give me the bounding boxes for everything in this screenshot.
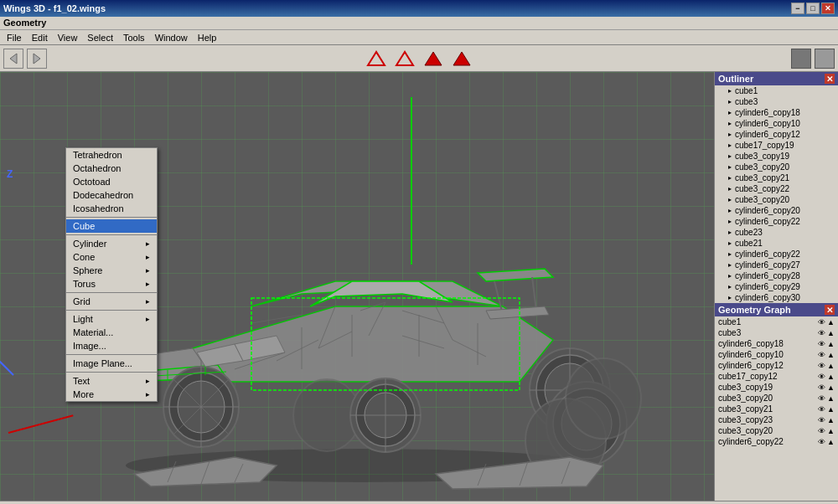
view-mode-btn-4[interactable] (450, 47, 473, 70)
geo-item-icons: 👁 ▲ (818, 329, 835, 337)
outliner-item[interactable]: cylinder6_copy30 (715, 292, 838, 303)
outliner-panel: Outliner ✕ cube1 cube3 cylinder6_copy18 … (714, 72, 838, 303)
menu-bar: File Edit View Select Tools Window Help (0, 30, 838, 45)
close-button[interactable]: ✕ (821, 3, 835, 14)
cm-sep-4 (66, 310, 157, 311)
cm-sphere-arrow: ▸ (146, 266, 150, 275)
cm-sep-1 (66, 217, 157, 218)
outliner-item[interactable]: cylinder6_copy27 (715, 260, 838, 270)
cm-cylinder[interactable]: Cylinder ▸ (66, 237, 157, 250)
cm-torus[interactable]: Torus ▸ (66, 277, 157, 291)
geo-item-icons: 👁 ▲ (818, 405, 835, 414)
geo-graph-close-button[interactable]: ✕ (825, 305, 835, 315)
geo-item[interactable]: cube3_copy20 👁 ▲ (715, 393, 838, 404)
svg-marker-1 (34, 54, 40, 64)
cm-sep-6 (66, 372, 157, 373)
geo-item-icons: 👁 ▲ (818, 340, 835, 348)
cm-dodecahedron[interactable]: Dodecahedron (66, 188, 157, 202)
view-icon-1[interactable] (791, 49, 811, 69)
menu-select[interactable]: Select (82, 32, 118, 44)
cm-cylinder-arrow: ▸ (146, 239, 150, 248)
title-text: Wings 3D - f1_02.wings (3, 3, 106, 13)
svg-point-33 (566, 358, 641, 439)
outliner-item[interactable]: cube3_copy22 (715, 183, 838, 194)
outliner-item[interactable]: cube23 (715, 227, 838, 238)
menu-tools[interactable]: Tools (118, 32, 150, 44)
cm-cube[interactable]: Cube (66, 219, 157, 233)
menu-help[interactable]: Help (193, 32, 222, 44)
cm-torus-arrow: ▸ (146, 280, 150, 288)
outliner-list[interactable]: cube1 cube3 cylinder6_copy18 cylinder6_c… (715, 85, 838, 303)
svg-marker-5 (453, 52, 470, 65)
cm-text[interactable]: Text ▸ (66, 374, 157, 388)
menu-window[interactable]: Window (150, 32, 193, 44)
cm-octotoad[interactable]: Octotoad (66, 175, 157, 188)
geo-item[interactable]: cube3_copy19 👁 ▲ (715, 382, 838, 393)
outliner-item[interactable]: cylinder6_copy10 (715, 118, 838, 129)
menu-file[interactable]: File (2, 32, 27, 44)
geo-item[interactable]: cube3_copy21 👁 ▲ (715, 404, 838, 414)
geo-item[interactable]: cube1 👁 ▲ (715, 316, 838, 327)
outliner-item[interactable]: cylinder6_copy20 (715, 205, 838, 216)
outliner-item[interactable]: cylinder6_copy29 (715, 281, 838, 292)
outliner-item[interactable]: cube1 (715, 85, 838, 96)
viewport[interactable]: Z (0, 72, 714, 501)
geo-item[interactable]: cylinder6_copy10 👁 ▲ (715, 349, 838, 360)
view-icon-2[interactable] (815, 49, 835, 69)
cm-light-arrow: ▸ (146, 315, 150, 323)
geo-item-icons: 👁 ▲ (818, 394, 835, 403)
cm-grid[interactable]: Grid ▸ (66, 295, 157, 308)
geo-item[interactable]: cylinder6_copy18 👁 ▲ (715, 338, 838, 349)
geo-item[interactable]: cylinder6_copy22 👁 ▲ (715, 436, 838, 447)
geo-item[interactable]: cylinder6_copy12 👁 ▲ (715, 360, 838, 371)
cm-icosahedron[interactable]: Icosahedron (66, 202, 157, 215)
svg-marker-0 (10, 54, 17, 64)
context-menu: Tetrahedron Octahedron Octotoad Dodecahe… (65, 147, 158, 402)
cm-sep-3 (66, 292, 157, 293)
outliner-item[interactable]: cylinder6_copy28 (715, 270, 838, 281)
outliner-item[interactable]: cube3_copy19 (715, 151, 838, 162)
geo-item[interactable]: cube3_copy23 👁 ▲ (715, 414, 838, 425)
geo-graph-list[interactable]: cube1 👁 ▲ cube3 👁 ▲ cylinder6_copy18 👁 ▲… (715, 316, 838, 501)
geo-item-icons: 👁 ▲ (818, 383, 835, 392)
cm-cone-arrow: ▸ (146, 253, 150, 261)
outliner-item[interactable]: cube3_copy21 (715, 172, 838, 183)
outliner-item[interactable]: cube3 (715, 96, 838, 107)
cm-light[interactable]: Light ▸ (66, 312, 157, 326)
toolbar-arrow-left[interactable] (3, 49, 23, 69)
toolbar-arrow-right[interactable] (27, 49, 47, 69)
maximize-button[interactable]: □ (806, 3, 820, 14)
cm-sphere[interactable]: Sphere ▸ (66, 264, 157, 277)
outliner-item[interactable]: cylinder6_copy18 (715, 107, 838, 118)
geo-graph-title: Geometry Graph ✕ (715, 303, 838, 316)
outliner-item[interactable]: cube21 (715, 238, 838, 249)
geo-item-icons: 👁 ▲ (818, 373, 835, 381)
view-mode-btn-1[interactable] (365, 47, 388, 70)
outliner-item[interactable]: cylinder6_copy22 (715, 216, 838, 227)
svg-marker-4 (425, 52, 442, 65)
cm-more[interactable]: More ▸ (66, 388, 157, 401)
cm-image-plane[interactable]: Image Plane... (66, 357, 157, 370)
outliner-item[interactable]: cube17_copy19 (715, 140, 838, 151)
outliner-item[interactable]: cylinder6_copy22 (715, 249, 838, 260)
cm-tetrahedron[interactable]: Tetrahedron (66, 148, 157, 162)
cm-cone[interactable]: Cone ▸ (66, 250, 157, 264)
geo-item[interactable]: cube17_copy12 👁 ▲ (715, 371, 838, 382)
menu-edit[interactable]: Edit (27, 32, 53, 44)
minimize-button[interactable]: − (791, 3, 804, 14)
menu-view[interactable]: View (53, 32, 83, 44)
geo-item-icons: 👁 ▲ (818, 438, 835, 446)
outliner-item[interactable]: cube3_copy20 (715, 162, 838, 172)
cm-octahedron[interactable]: Octahedron (66, 162, 157, 175)
geo-item[interactable]: cube3_copy20 👁 ▲ (715, 425, 838, 436)
outliner-item[interactable]: cube3_copy20 (715, 194, 838, 205)
view-mode-btn-2[interactable] (393, 47, 416, 70)
cm-image[interactable]: Image... (66, 339, 157, 352)
geo-item[interactable]: cube3 👁 ▲ (715, 327, 838, 338)
view-mode-btn-3[interactable] (422, 47, 445, 70)
geo-item-icons: 👁 ▲ (818, 362, 835, 370)
cm-material[interactable]: Material... (66, 326, 157, 339)
outliner-close-button[interactable]: ✕ (825, 74, 835, 84)
geo-item-icons: 👁 ▲ (818, 416, 835, 424)
outliner-item[interactable]: cylinder6_copy12 (715, 129, 838, 140)
